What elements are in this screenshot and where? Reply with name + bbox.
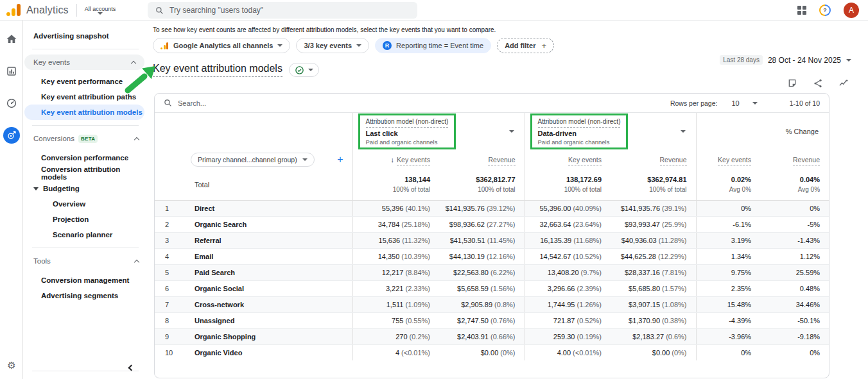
global-search-input[interactable]: Try searching "users today" <box>148 2 417 19</box>
rows-per-page-select[interactable]: 10 <box>731 99 739 107</box>
col-header-chg-revenue[interactable]: Revenue <box>760 150 829 169</box>
chevron-down-icon[interactable] <box>752 102 758 105</box>
col-header-m2-key-events[interactable]: Key events <box>525 150 611 169</box>
reports-icon[interactable] <box>3 63 20 80</box>
account-picker[interactable]: All accounts <box>85 6 116 15</box>
total-row: Total 138,144100% of total $362,812.7710… <box>155 169 829 200</box>
pagination-range-label: 1-10 of 10 <box>790 99 820 107</box>
check-circle-icon <box>295 65 304 75</box>
chg-key-events-cell: -4.39% <box>696 312 760 328</box>
sidebar-item-label: Conversion performance <box>41 154 128 162</box>
advertising-icon[interactable] <box>3 127 20 144</box>
key-events-filter-chip[interactable]: 3/3 key events <box>296 38 369 53</box>
table-row[interactable]: 6 Organic Social 3,221(2.33%) $5,658.59(… <box>155 280 829 296</box>
channels-filter-label: Google Analytics all channels <box>173 42 273 49</box>
sidebar-item-conversion-performance[interactable]: Conversion performance <box>23 150 148 165</box>
date-range-picker[interactable]: Last 28 days 28 Oct - 24 Nov 2025 <box>720 55 851 65</box>
total-value: 138,172.69 <box>525 176 602 184</box>
total-value: $362,812.77 <box>439 176 516 184</box>
share-icon[interactable] <box>813 78 823 91</box>
account-picker-label: All accounts <box>85 6 116 12</box>
sidebar-section-conversions[interactable]: Conversions BETA <box>23 131 148 146</box>
table-row[interactable]: 2 Organic Search 34,784(25.18%) $98,936.… <box>155 216 829 232</box>
table-row[interactable]: 5 Paid Search 12,217(8.84%) $22,563.80(6… <box>155 264 829 280</box>
m1-revenue-cell: $2,747.50(0.76%) <box>439 312 525 328</box>
model-scope-label: Paid and organic channels <box>538 139 621 146</box>
m2-key-events-cell: 721.87(0.52%) <box>525 312 611 328</box>
report-status-chip[interactable] <box>289 63 319 77</box>
model-selector-last-click[interactable]: Attribution model (non-direct) Last clic… <box>352 113 525 150</box>
sidebar-item-key-event-attribution-paths[interactable]: Key event attribution paths <box>23 89 148 105</box>
sidebar-item-budgeting-projection[interactable]: Projection <box>23 212 148 227</box>
chevron-down-icon[interactable] <box>509 130 514 133</box>
total-sub: 100% of total <box>525 186 602 194</box>
m1-key-events-cell: 14,350(10.39%) <box>352 248 439 264</box>
analytics-brand[interactable]: Analytics <box>0 4 69 16</box>
home-icon[interactable] <box>3 31 20 47</box>
reporting-time-chip[interactable]: R Reporting time = Event time <box>375 38 491 53</box>
search-icon <box>164 99 172 107</box>
channel-cell: Cross-network <box>186 296 352 312</box>
note-icon[interactable] <box>787 78 797 91</box>
divider <box>32 248 139 248</box>
sidebar-item-budgeting-overview[interactable]: Overview <box>23 196 148 212</box>
beta-badge: BETA <box>78 135 98 143</box>
col-header-m1-key-events[interactable]: ↓Key events <box>352 150 439 169</box>
sidebar-item-label: Advertising segments <box>41 292 118 299</box>
chevron-down-icon[interactable] <box>681 130 686 133</box>
sidebar-item-advertising-segments[interactable]: Advertising segments <box>23 288 148 303</box>
chg-key-events-cell: 0% <box>696 200 760 216</box>
report-table-card: Search... Rows per page: 10 1-10 of 10 <box>154 93 829 378</box>
m1-revenue-cell: $98,936.62(27.27%) <box>439 216 525 232</box>
add-dimension-icon[interactable]: + <box>337 154 343 165</box>
filter-bar: Google Analytics all channels 3/3 key ev… <box>153 38 868 53</box>
sidebar-item-conversion-attribution-models[interactable]: Conversion attribution models <box>23 165 148 181</box>
chg-revenue-cell: 34.46% <box>760 296 829 312</box>
sidebar-item-key-event-attribution-models[interactable]: Key event attribution models <box>24 105 144 120</box>
total-value: 138,144 <box>353 176 431 184</box>
avatar[interactable]: A <box>844 3 859 18</box>
table-row[interactable]: 9 Organic Shopping 270(0.2%) $2,403.91(0… <box>155 328 829 344</box>
report-actions <box>787 78 849 91</box>
sidebar-item-scenario-planner[interactable]: Scenario planner <box>23 227 148 242</box>
help-icon[interactable]: ? <box>819 4 831 16</box>
row-number-cell: 9 <box>155 328 186 344</box>
m2-revenue-cell: $93,993.47(25.9%) <box>611 216 696 232</box>
m1-key-events-cell: 755(0.55%) <box>352 312 439 328</box>
chg-key-events-cell: 9.75% <box>696 264 760 280</box>
total-sub: 100% of total <box>353 186 431 194</box>
model-selector-data-driven[interactable]: Attribution model (non-direct) Data-driv… <box>525 113 696 150</box>
total-sub: Avg 0% <box>760 186 820 194</box>
m2-key-events-cell: 14,542.67(10.52%) <box>525 248 611 264</box>
table-row[interactable]: 10 Organic Video 4(<0.01%) $0.00(0%) 4.0… <box>155 344 829 360</box>
table-row[interactable]: 4 Email 14,350(10.39%) $44,130.19(12.16%… <box>155 248 829 264</box>
table-row[interactable]: 3 Referral 15,636(11.32%) $41,530.51(11.… <box>155 232 829 248</box>
chevron-down-icon <box>846 59 851 62</box>
settings-gear-icon[interactable]: ⚙ <box>0 360 23 371</box>
insights-icon[interactable] <box>838 78 849 91</box>
explore-icon[interactable] <box>3 95 20 112</box>
col-header-m2-revenue[interactable]: Revenue <box>611 150 696 169</box>
sidebar-item-budgeting[interactable]: Budgeting <box>23 181 148 196</box>
col-header-chg-key-events[interactable]: Key events <box>696 150 760 169</box>
chevron-up-icon <box>134 259 139 264</box>
chg-key-events-cell: 2.35% <box>696 280 760 296</box>
add-filter-button[interactable]: Add filter + <box>497 38 554 53</box>
sidebar-section-tools[interactable]: Tools <box>23 253 148 269</box>
dimension-select[interactable]: Primary channel...channel group) <box>191 153 315 167</box>
sidebar-item-advertising-snapshot[interactable]: Advertising snapshot <box>23 28 148 44</box>
apps-grid-icon[interactable] <box>797 6 806 15</box>
col-header-m1-revenue[interactable]: Revenue <box>439 150 525 169</box>
table-row[interactable]: 1 Direct 55,396(40.1%) $141,935.76(39.12… <box>155 200 829 216</box>
table-search-input[interactable]: Search... <box>178 99 206 107</box>
title-row: Key event attribution models <box>153 63 868 77</box>
table-row[interactable]: 8 Unassigned 755(0.55%) $2,747.50(0.76%)… <box>155 312 829 328</box>
table-row[interactable]: 7 Cross-network 1,511(1.09%) $2,905.89(0… <box>155 296 829 312</box>
channels-filter-chip[interactable]: Google Analytics all channels <box>153 38 290 53</box>
sidebar-item-conversion-management[interactable]: Conversion management <box>23 273 148 288</box>
collapse-sidebar-icon[interactable] <box>128 365 135 371</box>
chg-key-events-cell: 1.34% <box>696 248 760 264</box>
divider <box>76 4 77 17</box>
sidebar-item-key-event-performance[interactable]: Key event performance <box>23 74 148 89</box>
sidebar-section-key-events[interactable]: Key events <box>24 55 144 70</box>
